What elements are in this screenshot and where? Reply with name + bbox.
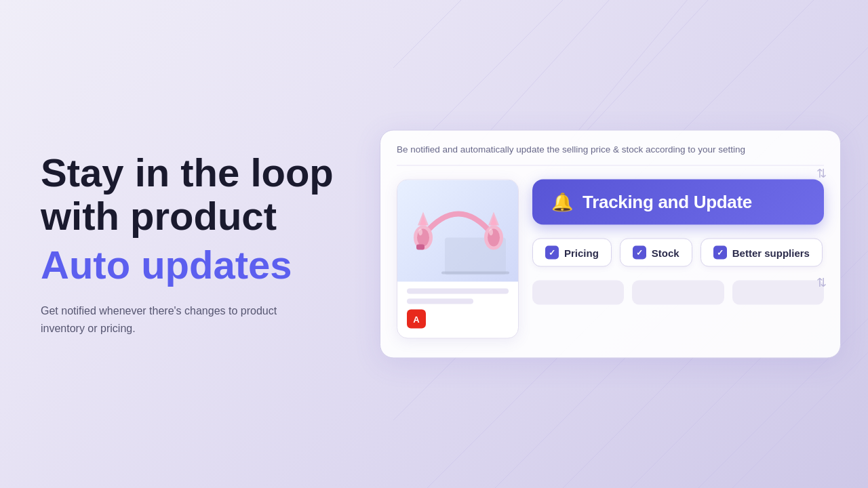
tracking-update-button[interactable]: 🔔 Tracking and Update (532, 180, 824, 225)
main-card: Be notified and automatically update the… (380, 130, 841, 359)
right-panel: 🔔 Tracking and Update ✓ Pricing ✓ Stock (532, 180, 824, 305)
headline-text: Stay in the loop with product (41, 151, 334, 238)
bottom-bar-2 (632, 281, 724, 305)
bottom-bar-3 (732, 281, 824, 305)
product-line-1 (407, 289, 509, 294)
headline-line1: Stay in the loop (41, 150, 334, 195)
headline-line2: with product (41, 194, 277, 238)
left-content: Stay in the loop with product Auto updat… (41, 151, 334, 338)
stock-tag[interactable]: ✓ Stock (620, 239, 692, 267)
tracking-button-label: Tracking and Update (583, 192, 752, 213)
svg-line-0 (393, 0, 597, 68)
card-description: Be notified and automatically update the… (397, 144, 824, 166)
product-image (397, 180, 519, 282)
stock-label: Stock (652, 247, 679, 258)
better-suppliers-tag[interactable]: ✓ Better suppliers (701, 239, 823, 267)
arrow-bottom-decoration: ⇅ (816, 275, 827, 290)
content-row: A 🔔 Tracking and Update ✓ Pricing (397, 180, 824, 339)
svg-line-1 (427, 0, 698, 136)
svg-line-11 (732, 352, 868, 488)
tags-row: ✓ Pricing ✓ Stock ✓ Better suppliers (532, 239, 824, 267)
svg-rect-13 (441, 272, 509, 274)
arrow-top-decoration: ⇅ (816, 166, 827, 181)
svg-point-23 (418, 229, 422, 236)
pricing-label: Pricing (564, 247, 599, 258)
bell-icon: 🔔 (551, 192, 573, 213)
svg-point-24 (489, 229, 493, 236)
better-suppliers-label: Better suppliers (732, 247, 810, 258)
subtext: Get notified whenever there's changes to… (41, 302, 298, 337)
stock-check: ✓ (633, 246, 646, 260)
suppliers-check: ✓ (713, 246, 727, 260)
pricing-tag[interactable]: ✓ Pricing (532, 239, 612, 267)
right-ui: Be notified and automatically update the… (380, 130, 841, 359)
product-icon: A (407, 310, 426, 329)
bottom-bar-1 (532, 281, 624, 305)
product-icon-letter: A (413, 314, 419, 324)
product-lines (397, 282, 518, 304)
svg-rect-16 (416, 245, 425, 250)
headline-accent: Auto updates (41, 243, 334, 286)
product-line-2 (407, 299, 473, 304)
pricing-check: ✓ (545, 246, 559, 260)
bottom-bars (532, 281, 824, 305)
product-card: A (397, 180, 519, 339)
